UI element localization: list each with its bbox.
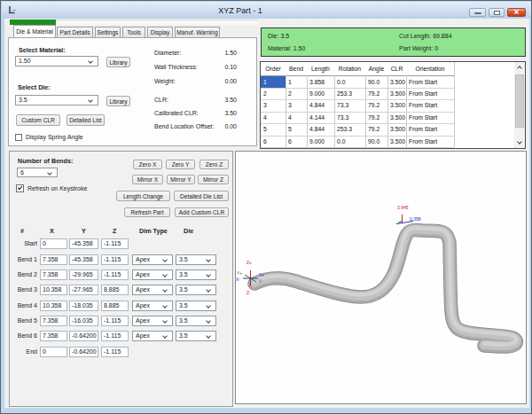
svg-text:X+: X+ <box>259 272 264 277</box>
svg-text:Y+: Y+ <box>237 270 242 276</box>
svg-text:3.945: 3.945 <box>397 205 409 210</box>
svg-text:Y-: Y- <box>259 278 263 284</box>
svg-text:Z+: Z+ <box>246 260 252 265</box>
svg-text:X-: X- <box>236 277 240 282</box>
svg-text:Z-: Z- <box>246 290 251 295</box>
svg-text:0.358: 0.358 <box>410 216 421 222</box>
